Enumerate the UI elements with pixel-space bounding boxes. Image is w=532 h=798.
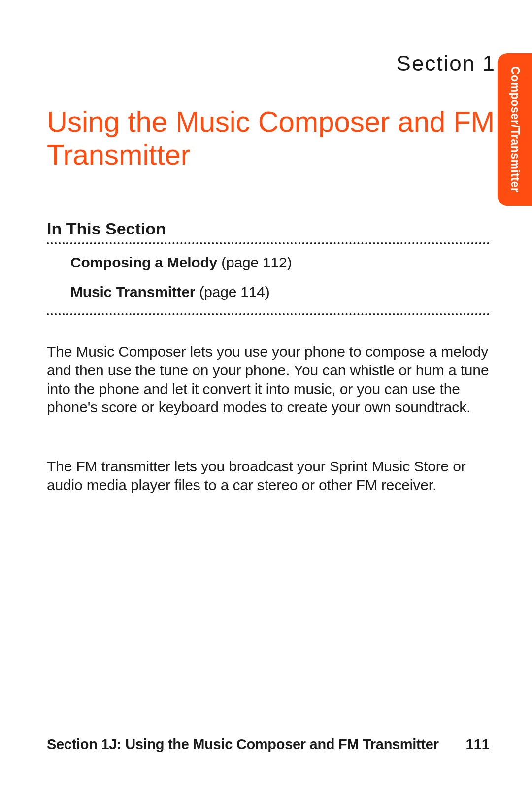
body-paragraph: The FM transmitter lets you broadcast yo… [47, 457, 490, 495]
toc-item-title: Music Transmitter [70, 284, 195, 300]
toc-item-page: (page 114) [199, 284, 269, 300]
dotted-divider-bottom [47, 313, 490, 315]
in-this-section-heading: In This Section [47, 219, 490, 238]
dotted-divider-top [47, 242, 490, 244]
footer-section-text: Section 1J: Using the Music Composer and… [47, 736, 439, 753]
toc-item-page: (page 112) [221, 254, 292, 270]
body-paragraph: The Music Composer lets you use your pho… [47, 342, 490, 417]
in-this-section-block: In This Section Composing a Melody (page… [47, 219, 490, 325]
toc-item: Composing a Melody (page 112) [70, 254, 490, 271]
side-tab-label: Composer/Transmitter [508, 66, 522, 192]
page-footer: Section 1J: Using the Music Composer and… [47, 736, 490, 753]
section-label: Section 1 [397, 51, 496, 76]
toc-item: Music Transmitter (page 114) [70, 284, 490, 300]
toc-item-title: Composing a Melody [70, 254, 217, 270]
page-title: Using the Music Composer and FM Transmit… [47, 105, 498, 171]
side-tab: Composer/Transmitter [498, 53, 532, 206]
paragraph-text: The Music Composer lets you use your pho… [47, 342, 490, 417]
paragraph-text: The FM transmitter lets you broadcast yo… [47, 457, 490, 495]
footer-page-number: 111 [466, 736, 490, 753]
